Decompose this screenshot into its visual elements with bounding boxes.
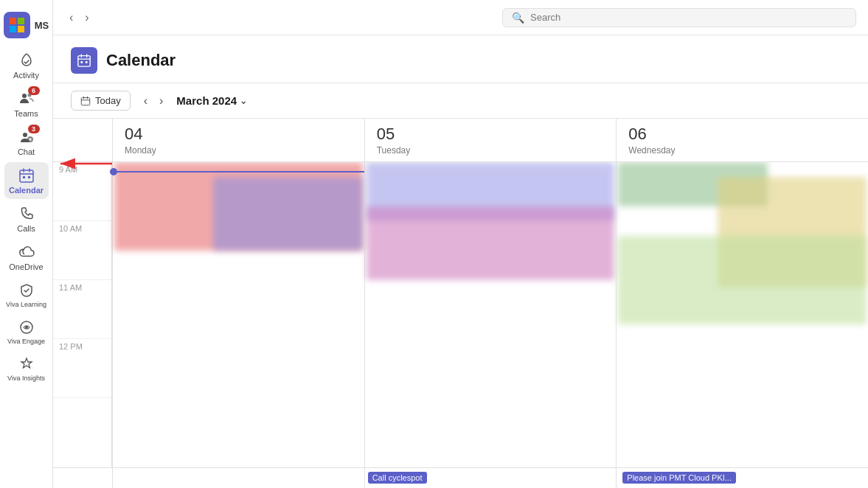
svg-rect-16 bbox=[81, 97, 89, 105]
sidebar-item-teams[interactable]: 6 Teams bbox=[4, 86, 49, 122]
day-header-wednesday: 06 Wednesday bbox=[616, 119, 868, 161]
wednesday-column[interactable] bbox=[616, 162, 868, 467]
viva-learning-icon bbox=[18, 282, 35, 299]
app-logo bbox=[4, 12, 30, 38]
viva-insights-label: Viva Insights bbox=[7, 374, 45, 382]
svg-rect-2 bbox=[10, 26, 16, 32]
day-header-monday: 04 Monday bbox=[112, 119, 364, 161]
svg-point-4 bbox=[22, 94, 27, 98]
main-content: ‹ › 🔍 Calendar Today ‹ bbox=[53, 0, 868, 488]
sidebar-nav: Activity 6 Teams bbox=[0, 47, 52, 488]
calendar-grid: 04 Monday 05 Tuesday 06 Wednesday 9 AM 1… bbox=[53, 119, 868, 488]
time-12pm: 12 PM bbox=[53, 339, 111, 398]
calendar-label: Calendar bbox=[9, 186, 44, 195]
month-label[interactable]: March 2024 ⌄ bbox=[176, 94, 247, 107]
app-title: MS bbox=[35, 20, 49, 31]
calendar-icon bbox=[18, 167, 35, 184]
onedrive-icon bbox=[18, 243, 35, 261]
sidebar-item-viva-engage[interactable]: Viva Engage bbox=[4, 314, 49, 349]
activity-label: Activity bbox=[13, 71, 39, 80]
search-input[interactable] bbox=[530, 12, 847, 23]
svg-rect-10 bbox=[28, 176, 30, 178]
svg-point-6 bbox=[23, 133, 27, 137]
search-icon: 🔍 bbox=[512, 12, 524, 24]
chat-badge: 3 bbox=[28, 125, 40, 133]
calls-icon bbox=[18, 205, 35, 223]
sidebar-item-onedrive[interactable]: OneDrive bbox=[4, 239, 49, 276]
today-button[interactable]: Today bbox=[71, 91, 131, 111]
teams-label: Teams bbox=[14, 109, 38, 118]
svg-rect-8 bbox=[20, 170, 33, 182]
time-9am: 9 AM bbox=[53, 162, 111, 221]
onedrive-label: OneDrive bbox=[9, 262, 43, 271]
teams-icon: 6 bbox=[18, 90, 35, 108]
cal-body: 9 AM 10 AM 11 AM 12 PM bbox=[53, 162, 868, 467]
svg-rect-0 bbox=[10, 18, 16, 24]
calendar-toolbar: Today ‹ › March 2024 ⌄ bbox=[53, 83, 868, 119]
calendar-title: Calendar bbox=[106, 51, 176, 70]
cal-days-header: 04 Monday 05 Tuesday 06 Wednesday bbox=[53, 119, 868, 162]
cal-nav-arrows: ‹ › bbox=[139, 91, 168, 111]
back-button[interactable]: ‹ bbox=[65, 8, 77, 27]
sidebar-item-activity[interactable]: Activity bbox=[4, 47, 49, 84]
browser-nav: ‹ › bbox=[65, 8, 94, 27]
chat-icon: 3 bbox=[18, 128, 35, 146]
time-10am: 10 AM bbox=[53, 221, 111, 280]
sidebar-item-calls[interactable]: Calls bbox=[4, 201, 49, 237]
current-time-dot bbox=[110, 168, 117, 175]
day-header-tuesday: 05 Tuesday bbox=[364, 119, 617, 161]
monday-column[interactable] bbox=[112, 162, 364, 467]
sidebar-item-chat[interactable]: 3 Chat bbox=[4, 124, 49, 161]
cal-prev-button[interactable]: ‹ bbox=[139, 91, 152, 111]
month-dropdown-icon: ⌄ bbox=[240, 96, 247, 106]
sidebar-item-calendar[interactable]: Calendar bbox=[4, 162, 49, 199]
sidebar-item-viva-insights[interactable]: Viva Insights bbox=[4, 351, 49, 386]
sidebar: MS Activity 6 Tea bbox=[0, 0, 53, 488]
viva-engage-label: Viva Engage bbox=[7, 338, 45, 345]
calls-label: Calls bbox=[17, 224, 35, 233]
chat-label: Chat bbox=[18, 147, 35, 156]
teams-badge: 6 bbox=[28, 86, 40, 95]
svg-rect-3 bbox=[18, 26, 24, 32]
sidebar-item-viva-learning[interactable]: Viva Learning bbox=[4, 277, 49, 313]
svg-rect-9 bbox=[23, 176, 25, 178]
svg-rect-14 bbox=[80, 61, 83, 63]
forward-button[interactable]: › bbox=[80, 8, 93, 27]
viva-insights-icon bbox=[18, 355, 35, 373]
topbar: ‹ › 🔍 bbox=[53, 0, 868, 35]
event-tuesday-2[interactable] bbox=[367, 206, 615, 280]
viva-engage-icon bbox=[18, 318, 35, 336]
svg-rect-1 bbox=[18, 18, 24, 24]
svg-rect-15 bbox=[86, 61, 88, 63]
event-wednesday-3[interactable] bbox=[618, 236, 867, 324]
cal-next-button[interactable]: › bbox=[155, 91, 167, 111]
event-call-cyclespot[interactable]: Call cyclespot bbox=[368, 472, 427, 484]
calendar-icon-box bbox=[71, 47, 97, 74]
viva-learning-label: Viva Learning bbox=[6, 301, 46, 308]
current-time-indicator bbox=[113, 171, 364, 172]
app-header: MS bbox=[0, 6, 52, 47]
svg-rect-13 bbox=[78, 56, 90, 67]
svg-point-12 bbox=[25, 326, 28, 329]
tuesday-column[interactable] bbox=[364, 162, 617, 467]
search-box: 🔍 bbox=[502, 8, 856, 27]
event-pmt-cloud[interactable]: Please join PMT Cloud PKI... bbox=[622, 472, 736, 484]
event-monday-2[interactable] bbox=[213, 177, 362, 251]
time-11am: 11 AM bbox=[53, 280, 111, 339]
time-column: 9 AM 10 AM 11 AM 12 PM bbox=[53, 162, 112, 467]
calendar-header: Calendar bbox=[53, 35, 868, 83]
activity-icon bbox=[18, 52, 35, 69]
